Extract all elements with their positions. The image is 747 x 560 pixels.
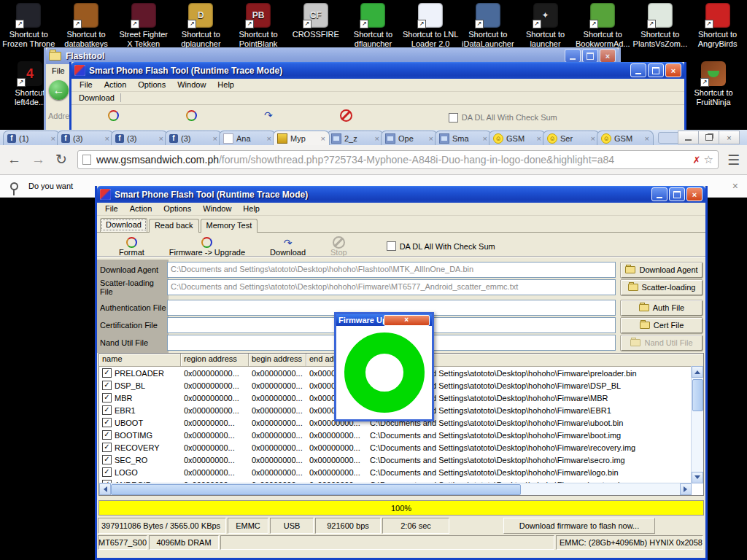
flashtool-tab[interactable]: Read back (149, 219, 199, 233)
explorer-minimize-button[interactable] (565, 49, 581, 63)
browser-tab[interactable]: (3) × (165, 131, 222, 145)
vertical-scrollbar[interactable] (691, 366, 703, 483)
desktop-shortcut[interactable]: ↗ Street Fighter X Tekken (115, 3, 172, 49)
scroll-left-button[interactable] (99, 483, 111, 495)
row-checkbox[interactable]: ✓ (102, 467, 112, 477)
cert-file-browse-button[interactable]: Cert File (620, 317, 703, 334)
scroll-down-button[interactable] (692, 472, 703, 483)
flashtool-close-button[interactable]: × (686, 187, 703, 201)
blocked-content-icon[interactable]: ✗ (693, 155, 701, 166)
tab-close-icon[interactable]: × (104, 134, 109, 143)
dialog-titlebar[interactable]: Firmware Upgrade... × (336, 314, 432, 326)
browser-tab[interactable]: (1) × (3, 131, 60, 145)
download-icon[interactable]: ↷ (264, 111, 273, 120)
format-button[interactable]: Format (119, 237, 144, 257)
download-agent-input[interactable]: C:\Documents and Settings\atototo\Deskto… (167, 262, 616, 278)
desktop-shortcut[interactable]: ↗ Shortcut to iDataLauncher (460, 3, 517, 49)
desktop-shortcut[interactable]: ↗ Shortcut to PlantsVsZom... (632, 3, 689, 49)
firmware-upgrade-icon[interactable] (186, 110, 197, 121)
table-row[interactable]: ✓LOGO 0x00000000... 0x00000000... 0x0000… (99, 466, 692, 478)
download-agent-browse-button[interactable]: Download Agent (620, 262, 703, 279)
desktop-shortcut[interactable]: ↗ Shortcut to BookwormAd... (574, 3, 632, 49)
flashtool-maximize-button[interactable] (669, 187, 685, 201)
explorer-back-button[interactable]: ← (49, 80, 69, 100)
menu-item[interactable]: Window (197, 203, 237, 215)
tab-close-icon[interactable]: × (535, 134, 541, 143)
column-header-name[interactable]: name (99, 354, 181, 366)
menu-item[interactable]: Options (132, 79, 171, 91)
desktop-shortcut[interactable]: ↗ Shortcut to databatkeys (58, 3, 115, 49)
browser-tab[interactable]: Sma × (435, 131, 492, 145)
browser-tab[interactable]: Ana × (219, 131, 276, 145)
row-checkbox[interactable]: ✓ (102, 381, 112, 390)
row-checkbox[interactable]: ✓ (102, 418, 112, 427)
row-checkbox[interactable]: ✓ (102, 443, 112, 452)
row-checkbox[interactable]: ✓ (102, 393, 112, 402)
scatter-browse-button[interactable]: Scatter-loading (620, 279, 703, 296)
stop-icon[interactable] (340, 109, 352, 122)
desktop-shortcut[interactable]: ↗ Shortcut to dflauncher (344, 3, 402, 49)
bgwin-titlebar[interactable]: Smart Phone Flash Tool (Runtime Trace Mo… (71, 62, 684, 79)
tab-close-icon[interactable]: × (481, 134, 487, 143)
menu-item[interactable]: Action (124, 203, 158, 215)
dialog-close-button[interactable]: × (384, 315, 430, 326)
stop-button[interactable]: Stop (330, 237, 347, 257)
desktop-shortcut[interactable]: ✦ ↗ Shortcut to launcher (516, 3, 574, 49)
desktop-shortcut[interactable]: ↗ Shortcut to LNL Loader 2.0 (402, 3, 460, 49)
bgwin-checksum-checkbox[interactable] (449, 113, 458, 122)
bgwin-download-tab[interactable]: Download (79, 93, 121, 102)
menu-item[interactable]: File (74, 79, 98, 91)
forward-button[interactable]: → (31, 152, 45, 167)
tab-close-icon[interactable]: × (158, 134, 163, 143)
flashtool-minimize-button[interactable] (651, 187, 667, 201)
url-bar[interactable]: www.gsmsandwich.com.ph/forum/showthread.… (77, 150, 719, 169)
table-row[interactable]: ✓SEC_RO 0x00000000... 0x00000000... 0x00… (99, 454, 692, 466)
desktop-shortcut-fruitninja[interactable]: ↗ Shortcut to FruitNinja (688, 61, 739, 107)
tab-close-icon[interactable]: × (212, 134, 217, 143)
flashtool-tab[interactable]: Memory Test (201, 219, 258, 233)
menu-item[interactable]: Help (237, 203, 266, 215)
bookmark-star-icon[interactable]: ☆ (704, 153, 713, 166)
bgwin-maximize-button[interactable] (648, 63, 664, 77)
auth-file-browse-button[interactable]: Auth File (620, 300, 703, 316)
desktop-shortcut[interactable]: ↗ Shortcut to Frozen Throne (0, 3, 58, 49)
table-row[interactable]: ✓RECOVERY 0x00000000... 0x00000000... 0x… (99, 441, 692, 454)
scroll-up-button[interactable] (692, 366, 703, 378)
nand-util-browse-button[interactable]: Nand Util File (620, 335, 703, 351)
download-button[interactable]: ↷ Download (270, 237, 306, 257)
tab-close-icon[interactable]: × (374, 134, 379, 143)
browser-restore-button[interactable] (698, 131, 719, 144)
back-button[interactable]: ← (7, 152, 21, 167)
menu-item[interactable]: File (99, 203, 124, 215)
download-now-button[interactable]: Download firmware to flash now... (503, 518, 655, 534)
menu-item[interactable]: Options (158, 203, 197, 215)
row-checkbox[interactable]: ✓ (102, 455, 112, 464)
table-row[interactable]: ✓BOOTIMG 0x00000000... 0x00000000... 0x0… (99, 429, 692, 441)
bgwin-minimize-button[interactable] (630, 63, 646, 77)
browser-tab[interactable]: (3) × (111, 131, 168, 145)
menu-item[interactable]: Action (98, 79, 133, 91)
notification-close-icon[interactable]: × (732, 180, 738, 192)
tab-close-icon[interactable]: × (643, 134, 649, 143)
scroll-right-button[interactable] (680, 483, 692, 495)
column-header-begin[interactable]: begin address (249, 354, 306, 366)
reload-button[interactable]: ↻ (55, 152, 67, 167)
desktop-shortcut[interactable]: ↗ Shortcut to AngryBirds (689, 3, 746, 49)
desktop-shortcut[interactable]: PB ↗ Shortcut to PointBlank (230, 3, 287, 49)
format-icon[interactable] (108, 110, 119, 121)
checksum-checkbox[interactable] (387, 241, 396, 251)
column-header-region[interactable]: region address (181, 354, 249, 366)
row-checkbox[interactable]: ✓ (102, 405, 112, 415)
tab-close-icon[interactable]: × (266, 134, 271, 143)
vertical-scroll-thumb[interactable] (692, 379, 703, 411)
browser-tab[interactable]: GSM × (597, 131, 654, 145)
browser-minimize-button[interactable] (678, 131, 699, 144)
flashtool-tab[interactable]: Download (100, 218, 147, 232)
browser-tab[interactable]: Ser × (543, 131, 600, 145)
row-checkbox[interactable]: ✓ (102, 430, 112, 440)
row-checkbox[interactable]: ✓ (102, 368, 112, 378)
tab-close-icon[interactable]: × (427, 134, 433, 143)
tab-close-icon[interactable]: × (589, 134, 595, 143)
flashtool-titlebar[interactable]: Smart Phone Flash Tool (Runtime Trace Mo… (97, 186, 705, 203)
tab-close-icon[interactable]: × (320, 134, 325, 143)
